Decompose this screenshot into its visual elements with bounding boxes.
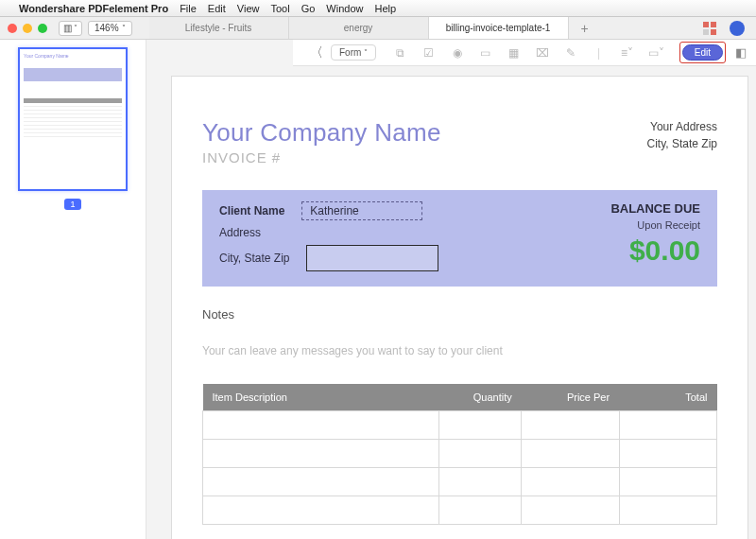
menu-file[interactable]: File bbox=[180, 3, 197, 14]
back-button[interactable]: 〈 bbox=[302, 44, 331, 61]
window-controls[interactable] bbox=[0, 24, 55, 33]
company-address: Your Address City, State Zip bbox=[647, 118, 717, 152]
menu-view[interactable]: View bbox=[237, 3, 260, 14]
page-thumbnail-1[interactable]: Your Company Name bbox=[18, 47, 128, 191]
menu-go[interactable]: Go bbox=[301, 3, 316, 14]
button-tool-icon[interactable]: ⌧ bbox=[535, 46, 550, 60]
user-avatar[interactable] bbox=[730, 21, 745, 36]
menu-help[interactable]: Help bbox=[374, 3, 396, 14]
client-name-label: Client Name bbox=[219, 204, 284, 217]
tab-label: billing-invoice-template-1 bbox=[446, 23, 551, 33]
col-price-per: Price Per bbox=[522, 384, 619, 411]
tab-billing-invoice[interactable]: billing-invoice-template-1 bbox=[429, 17, 569, 39]
combo-tool-icon[interactable]: ▭ bbox=[478, 46, 493, 60]
menu-window[interactable]: Window bbox=[326, 3, 363, 14]
app-name[interactable]: Wondershare PDFelement Pro bbox=[19, 3, 168, 14]
edit-button-highlight: Edit bbox=[679, 42, 726, 63]
client-city-label: City, State Zip bbox=[219, 252, 289, 265]
text-field-tool-icon[interactable]: ⧉ bbox=[393, 46, 408, 60]
tab-lifestyle-fruits[interactable]: Lifestyle - Fruits bbox=[149, 17, 289, 39]
notes-heading: Notes bbox=[202, 307, 717, 322]
address-line-1: Your Address bbox=[647, 118, 717, 135]
mac-menubar: Wondershare PDFelement Pro File Edit Vie… bbox=[0, 0, 756, 17]
col-item-description: Item Description bbox=[203, 384, 439, 411]
signature-tool-icon[interactable]: ✎ bbox=[563, 46, 578, 60]
panel-toggle-icon[interactable]: ◧ bbox=[735, 45, 747, 60]
client-address-label: Address bbox=[219, 226, 261, 239]
sidebar-toggle-button[interactable]: ▥˅ bbox=[59, 21, 82, 36]
invoice-number-label: INVOICE # bbox=[202, 149, 441, 165]
table-row[interactable] bbox=[203, 468, 717, 496]
col-total: Total bbox=[619, 384, 716, 411]
new-tab-button[interactable]: + bbox=[569, 17, 601, 39]
chevron-down-icon: ˅ bbox=[364, 48, 368, 57]
company-name: Your Company Name bbox=[202, 118, 441, 148]
thumbnail-sidebar: Your Company Name 1 bbox=[0, 40, 146, 539]
thumb-company-name: Your Company Name bbox=[24, 53, 122, 59]
mode-select[interactable]: Form ˅ bbox=[331, 44, 376, 61]
tab-label: energy bbox=[344, 23, 373, 33]
address-line-2: City, State Zip bbox=[647, 135, 717, 152]
document-tabs: Lifestyle - Fruits energy billing-invoic… bbox=[149, 17, 692, 39]
sidebar-icon: ▥ bbox=[63, 23, 72, 33]
main-area: Your Company Name 1 〈 Form ˅ ⧉ ☑ ◉ ▭ bbox=[0, 40, 756, 539]
line-items-table: Item Description Quantity Price Per Tota… bbox=[202, 384, 717, 525]
zoom-value: 146% bbox=[94, 23, 119, 33]
balance-due-label: BALANCE DUE bbox=[610, 201, 700, 216]
radio-tool-icon[interactable]: ◉ bbox=[450, 46, 465, 60]
app-toolbar: ▥˅ 146% ˅ Lifestyle - Fruits energy bill… bbox=[0, 17, 756, 40]
app-grid-icon[interactable] bbox=[703, 22, 716, 35]
edit-button[interactable]: Edit bbox=[682, 44, 723, 61]
distribute-tool-icon[interactable]: ▭˅ bbox=[648, 46, 663, 60]
pdf-page: Your Company Name INVOICE # Your Address… bbox=[171, 76, 748, 539]
balance-amount: $0.00 bbox=[610, 235, 700, 267]
client-city-field[interactable] bbox=[306, 245, 438, 271]
minimize-window-icon[interactable] bbox=[23, 24, 32, 33]
table-row[interactable] bbox=[203, 440, 717, 468]
table-row[interactable] bbox=[203, 496, 717, 525]
align-tool-icon[interactable]: ≡˅ bbox=[620, 46, 635, 60]
client-name-field[interactable]: Katherine bbox=[301, 201, 422, 220]
document-workspace: 〈 Form ˅ ⧉ ☑ ◉ ▭ ▦ ⌧ ✎ | ≡˅ ▭˅ Edit ◧ bbox=[146, 40, 756, 539]
chevron-down-icon: ˅ bbox=[74, 24, 77, 32]
document-toolbar: 〈 Form ˅ ⧉ ☑ ◉ ▭ ▦ ⌧ ✎ | ≡˅ ▭˅ Edit ◧ bbox=[293, 40, 756, 66]
list-tool-icon[interactable]: ▦ bbox=[507, 46, 522, 60]
client-balance-band: Client Name Katherine Address City, Stat… bbox=[202, 190, 717, 287]
chevron-down-icon: ˅ bbox=[122, 24, 126, 32]
plus-icon: + bbox=[580, 21, 588, 36]
menu-tool[interactable]: Tool bbox=[270, 3, 289, 14]
fullscreen-window-icon[interactable] bbox=[38, 24, 47, 33]
col-quantity: Quantity bbox=[439, 384, 522, 411]
table-row[interactable] bbox=[203, 411, 717, 440]
page-number-badge[interactable]: 1 bbox=[64, 199, 80, 210]
menu-edit[interactable]: Edit bbox=[208, 3, 226, 14]
thumbnail-preview: Your Company Name bbox=[24, 53, 122, 185]
close-window-icon[interactable] bbox=[8, 24, 17, 33]
checkbox-tool-icon[interactable]: ☑ bbox=[421, 46, 437, 60]
form-tool-icons: ⧉ ☑ ◉ ▭ ▦ ⌧ ✎ | ≡˅ ▭˅ bbox=[376, 46, 679, 60]
tab-energy[interactable]: energy bbox=[289, 17, 429, 39]
tab-label: Lifestyle - Fruits bbox=[185, 23, 252, 33]
upon-receipt-label: Upon Receipt bbox=[610, 219, 700, 231]
notes-placeholder-text[interactable]: Your can leave any messages you want to … bbox=[202, 344, 717, 357]
mode-label: Form bbox=[339, 47, 361, 58]
zoom-select[interactable]: 146% ˅ bbox=[88, 21, 132, 36]
